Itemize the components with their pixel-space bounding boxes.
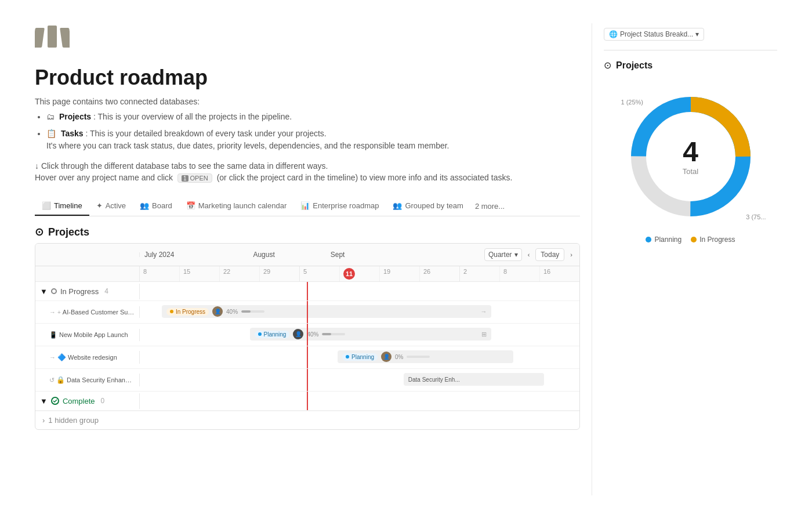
projects-section-header: ⊙ Projects	[35, 226, 580, 238]
today-line-complete	[307, 392, 308, 410]
hint-text-2: Hover over any project name and click 1 …	[35, 173, 580, 183]
projects-desc: : This is your overview of all the proje…	[93, 112, 292, 121]
mobile-progress-fill	[322, 333, 331, 335]
percent-label-75: 3 (75...	[746, 213, 766, 220]
in-progress-count: 4	[104, 287, 108, 295]
today-btn[interactable]: Today	[535, 248, 564, 261]
projects-db-icon: 🗂	[46, 111, 55, 123]
prev-btn[interactable]: ‹	[525, 250, 532, 259]
quarter-dropdown[interactable]: Quarter ▾	[484, 248, 522, 261]
donut-total-number: 4	[683, 138, 698, 166]
website-task-arrow: →	[49, 354, 56, 361]
week-29: 29	[260, 266, 300, 281]
ai-progress-fill	[241, 310, 251, 313]
sidebar-projects-icon: ⊙	[604, 60, 611, 71]
ai-status-badge: In Progress	[166, 308, 209, 316]
website-status-badge: Planning	[342, 353, 378, 361]
task-row-mobile[interactable]: 📱 New Mobile App Launch Planning 👤 40% ⊞	[35, 324, 579, 346]
mobile-status-badge: Planning	[255, 331, 290, 338]
ai-task-name: AI-Based Customer Support	[63, 309, 135, 316]
tab-board[interactable]: 👥 Board	[133, 197, 179, 216]
task-row-ai[interactable]: → + AI-Based Customer Support In Progres…	[35, 301, 579, 324]
week-19: 19	[380, 266, 420, 281]
grouped-tab-icon: 👥	[393, 201, 402, 210]
tab-marketing[interactable]: 📅 Marketing launch calendar	[179, 197, 293, 216]
donut-total-label: Total	[683, 167, 698, 176]
page-description: This page contains two connected databas…	[35, 97, 580, 106]
website-task-name: Website redesign	[68, 354, 117, 361]
tasks-label: Tasks	[61, 129, 84, 138]
task-row-website[interactable]: → 🔷 Website redesign Planning 👤 0%	[35, 346, 579, 369]
ai-percent: 40%	[226, 309, 238, 315]
sidebar: 🌐 Project Status Breakd... ▾ ⊙ Projects …	[592, 23, 777, 495]
more-tabs-btn[interactable]: 2 more...	[470, 197, 509, 215]
mobile-task-name: New Mobile App Launch	[59, 331, 128, 338]
legend-in-progress: In Progress	[691, 236, 735, 244]
tasks-db-icon: 📋	[46, 128, 56, 140]
week-26: 26	[420, 266, 460, 281]
chart-legend: Planning In Progress	[646, 236, 735, 244]
project-status-label: Project Status Breakd...	[620, 30, 693, 38]
week-22: 22	[220, 266, 260, 281]
mobile-task-icon: 📱	[49, 331, 57, 339]
hint-text-1: ↓ Click through the different database t…	[35, 161, 580, 171]
dates-spacer	[35, 266, 140, 281]
gantt-bar-mobile[interactable]: Planning 👤 40% ⊞	[250, 328, 492, 341]
tabs-bar: ⬜ Timeline ✦ Active 👥 Board 📅 Marketing …	[35, 197, 580, 216]
website-percent: 0%	[395, 354, 403, 360]
datasec-task-icon: 🔒	[56, 376, 65, 384]
group-row-in-progress: ▼ In Progress 4	[35, 282, 579, 301]
gantt-bar-datasec[interactable]: Data Security Enh...	[404, 373, 545, 386]
week-15: 15	[180, 266, 220, 281]
week-s8: 8	[500, 266, 540, 281]
svg-rect-0	[35, 28, 45, 48]
timeline-label-header	[35, 252, 140, 257]
next-btn[interactable]: ›	[568, 250, 575, 259]
mobile-expand[interactable]: ⊞	[481, 331, 487, 338]
quarter-chevron-icon: ▾	[514, 251, 518, 259]
mobile-progress-bar	[322, 333, 345, 335]
in-progress-legend-label: In Progress	[699, 236, 735, 244]
board-tab-label: Board	[152, 201, 172, 210]
enterprise-tab-label: Enterprise roadmap	[313, 201, 379, 210]
month-august: August	[253, 251, 274, 259]
project-status-btn[interactable]: 🌐 Project Status Breakd... ▾	[604, 28, 704, 41]
page-logo	[35, 23, 580, 54]
complete-group-name: Complete	[63, 397, 95, 405]
timeline-container: July 2024 August Sept Quarter ▾ ‹ Today …	[35, 243, 580, 430]
donut-chart-wrapper: 1 (25%) 4 Total 3 (75...	[621, 87, 760, 226]
month-labels: July 2024 August Sept	[144, 251, 345, 259]
sidebar-top-row: 🌐 Project Status Breakd... ▾	[604, 23, 777, 50]
today-dot: 11	[343, 268, 355, 280]
chart-area: 1 (25%) 4 Total 3 (75...	[604, 78, 777, 253]
week-8: 8	[140, 266, 180, 281]
page-title: Product roadmap	[35, 66, 580, 90]
today-line-ai	[307, 301, 308, 323]
in-progress-toggle[interactable]: ▼	[40, 287, 48, 296]
hidden-group-row[interactable]: › 1 hidden group	[35, 411, 579, 429]
grouped-tab-label: Grouped by team	[405, 201, 463, 210]
donut-center: 4 Total	[683, 138, 698, 176]
website-avatar: 👤	[381, 352, 392, 362]
tab-grouped[interactable]: 👥 Grouped by team	[386, 197, 470, 216]
board-tab-icon: 👥	[140, 201, 149, 210]
tab-enterprise[interactable]: 📊 Enterprise roadmap	[293, 197, 386, 216]
tab-timeline[interactable]: ⬜ Timeline	[35, 197, 89, 216]
open-badge: 1 OPEN	[177, 173, 212, 183]
projects-section-icon: ⊙	[35, 226, 44, 238]
datasec-task-name: Data Security Enhancem...	[67, 376, 135, 383]
complete-toggle[interactable]: ▼	[40, 397, 48, 405]
marketing-tab-label: Marketing launch calendar	[198, 201, 287, 210]
svg-rect-2	[60, 28, 70, 48]
gantt-bar-website[interactable]: Planning 👤 0%	[338, 350, 513, 363]
today-line-website	[307, 346, 308, 368]
ai-progress-bar	[241, 310, 264, 313]
gantt-bar-ai[interactable]: In Progress 👤 40% →	[162, 305, 492, 318]
ai-task-arrow2: +	[57, 309, 61, 316]
tab-active[interactable]: ✦ Active	[89, 197, 133, 216]
list-item-tasks: 📋 Tasks : This is your detailed breakdow…	[46, 128, 580, 152]
today-line-group	[307, 282, 308, 300]
task-row-datasec[interactable]: ↺ 🔒 Data Security Enhancem... Data Secur…	[35, 369, 579, 392]
status-btn-chevron-icon: ▾	[695, 30, 699, 38]
website-progress-bar	[407, 356, 430, 358]
